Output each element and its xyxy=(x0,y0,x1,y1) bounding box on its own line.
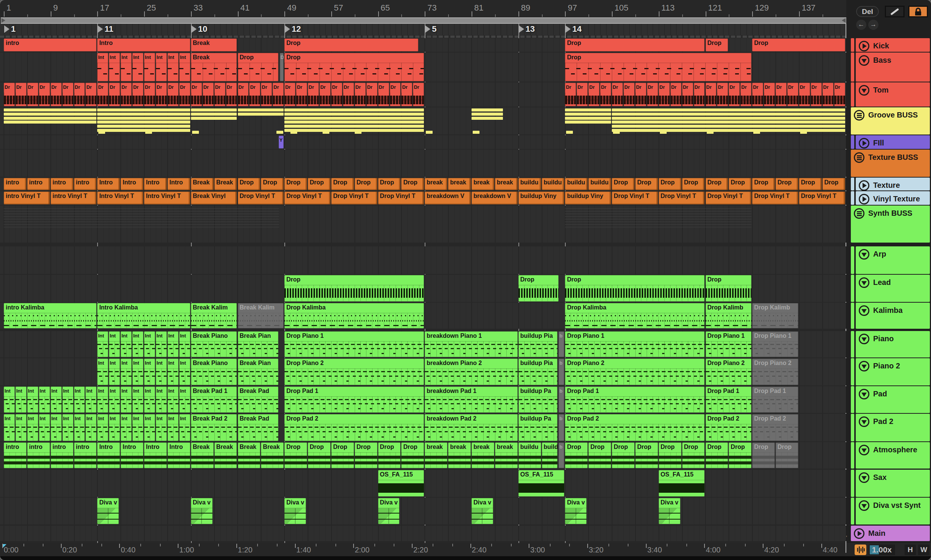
clip-dr[interactable]: Dr xyxy=(132,83,143,106)
clip-dr[interactable]: Dr xyxy=(600,83,611,106)
clip-break[interactable]: Break xyxy=(261,442,284,468)
clip-drop-vinyl-t[interactable]: Drop Vinyl T xyxy=(612,192,658,204)
clip-break[interactable]: break xyxy=(495,442,518,468)
clip-intro[interactable]: intro xyxy=(4,39,96,51)
locator-flag-1[interactable]: 1 xyxy=(4,25,16,33)
locator-row[interactable] xyxy=(0,24,846,35)
clip-int[interactable]: Int xyxy=(168,387,178,413)
lane-arp[interactable] xyxy=(0,246,846,274)
clip-int[interactable]: Int xyxy=(97,331,108,357)
clip-int[interactable]: Int xyxy=(156,414,167,441)
clip-int[interactable]: Int xyxy=(168,414,178,441)
clip-int[interactable]: Int xyxy=(74,387,85,413)
clip-breakdown-pad-2[interactable]: breakdown Pad 2 xyxy=(425,414,517,441)
clip-dr[interactable]: Dr xyxy=(378,83,389,106)
play-icon[interactable] xyxy=(859,41,869,51)
clip-break-pad-2[interactable]: Break Pad 2 xyxy=(191,414,237,441)
clip-drop-vinyl-t[interactable]: Drop Vinyl T xyxy=(378,192,424,204)
clip-intro[interactable]: Intro xyxy=(144,178,167,190)
lane-groove-buss[interactable] xyxy=(0,107,846,135)
clip-drop[interactable]: Drop xyxy=(635,442,658,468)
lane-pad[interactable]: IntIntIntIntIntIntIntIntIntIntIntIntIntI… xyxy=(0,386,846,413)
clip-int[interactable]: Int xyxy=(62,387,73,413)
clip-break[interactable]: Break xyxy=(191,442,214,468)
lane-piano-2[interactable]: IntIntIntIntIntIntIntIntBreak PianoBreak… xyxy=(0,358,846,385)
clip-drop[interactable]: Drop xyxy=(776,178,798,190)
clip-intro[interactable]: Intro xyxy=(121,178,143,190)
clip-dr[interactable]: Dr xyxy=(308,83,319,106)
clip-dr[interactable]: Dr xyxy=(238,83,249,106)
clip-break-kalim[interactable]: Break Kalim xyxy=(238,303,284,328)
clip-dr[interactable]: Dr xyxy=(261,83,272,106)
clip-drop[interactable]: Drop xyxy=(308,442,331,468)
clip-int[interactable]: Int xyxy=(144,359,155,385)
clip-dr[interactable]: Dr xyxy=(97,83,108,106)
track-header-synth-buss[interactable]: Synth BUSS xyxy=(851,206,930,243)
clip-drop-piano-2[interactable]: Drop Piano 2 xyxy=(752,359,798,385)
lane-kalimba[interactable]: intro KalimbaIntro KalimbaBreak KalimBre… xyxy=(0,303,846,329)
clip-drop-vinyl-t[interactable]: Drop Vinyl T xyxy=(659,192,705,204)
lane-synth-buss[interactable] xyxy=(0,206,846,243)
clip-diva-v[interactable]: Diva v xyxy=(659,498,680,524)
clip-int[interactable]: Int xyxy=(168,53,178,81)
clip-int[interactable]: Int xyxy=(179,53,190,81)
clip-int[interactable]: Int xyxy=(97,359,108,385)
clip-drop-piano-1[interactable]: Drop Piano 1 xyxy=(706,331,752,357)
clip-drop[interactable]: Drop xyxy=(729,178,751,190)
clip-b[interactable]: b xyxy=(559,387,564,413)
track-header-pad-2[interactable]: Pad 2 xyxy=(856,414,930,441)
clip-break[interactable]: break xyxy=(472,178,494,190)
clip-drop[interactable]: Drop xyxy=(565,53,751,81)
track-header-tom[interactable]: Tom xyxy=(856,82,930,107)
clip-buildu[interactable]: buildu xyxy=(588,178,611,190)
clip-int[interactable]: Int xyxy=(97,387,108,413)
track-header-vinyl-texture[interactable]: Vinyl Texture xyxy=(856,191,930,205)
lane-sax[interactable]: OS_FA_115OS_FA_115OS_FA_115 xyxy=(0,470,846,497)
clip-int[interactable]: Int xyxy=(144,53,155,81)
clip-drop-piano-1[interactable]: Drop Piano 1 xyxy=(284,331,424,357)
clip-drop[interactable]: Drop xyxy=(565,442,588,468)
clip-dr[interactable]: Dr xyxy=(121,83,132,106)
clip-dr[interactable]: Dr xyxy=(565,83,576,106)
lane-piano[interactable]: IntIntIntIntIntIntIntIntBreak PianoBreak… xyxy=(0,331,846,357)
clip-b[interactable]: b xyxy=(559,414,564,441)
clip-drop[interactable]: Drop xyxy=(682,442,705,468)
clip-drop[interactable]: Drop xyxy=(378,178,401,190)
clip-drop-pad-2[interactable]: Drop Pad 2 xyxy=(284,414,424,441)
clip-drop[interactable]: Drop xyxy=(659,178,681,190)
clip-intro[interactable]: intro xyxy=(4,178,26,190)
clip-build[interactable]: build xyxy=(542,442,557,468)
clip-clip[interactable] xyxy=(4,206,279,242)
lane-pad-2[interactable]: IntIntIntIntIntIntIntIntIntIntIntIntIntI… xyxy=(0,414,846,441)
chevron-down-icon[interactable] xyxy=(859,445,869,455)
clip-int[interactable]: Int xyxy=(74,414,85,441)
locator-flag-13[interactable]: 13 xyxy=(519,25,535,33)
chevron-down-icon[interactable] xyxy=(859,249,869,260)
arrangement-overview-scrollbar[interactable] xyxy=(1,17,846,24)
clip-dr[interactable]: Dr xyxy=(249,83,260,106)
lane-diva-vst-synt[interactable]: Diva vDiva vDiva vDiva vDiva vDiva vDiva… xyxy=(0,498,846,524)
lane-texture-buss[interactable] xyxy=(0,150,846,177)
clip-drop[interactable]: Drop xyxy=(238,178,261,190)
clip-dr[interactable]: Dr xyxy=(740,83,751,106)
clip-intro[interactable]: intro xyxy=(74,178,97,190)
lane-atmosphere[interactable]: introintrointrointroIntroIntroIntroIntro… xyxy=(0,442,846,469)
track-header-texture-buss[interactable]: Texture BUSS xyxy=(851,150,930,177)
clip-buildu[interactable]: buildu xyxy=(518,178,541,190)
clip-break[interactable]: Break xyxy=(191,53,237,81)
clip-dr[interactable]: Dr xyxy=(179,83,190,106)
clip-dr[interactable]: Dr xyxy=(577,83,588,106)
clip-break[interactable]: break xyxy=(472,442,494,468)
clip-drop-kalimba[interactable]: Drop Kalimba xyxy=(284,303,424,328)
track-header-kick[interactable]: Kick xyxy=(856,38,930,52)
clip-drop-pad-2[interactable]: Drop Pad 2 xyxy=(752,414,798,441)
clip-int[interactable]: Int xyxy=(121,359,132,385)
clip-int[interactable]: Int xyxy=(179,359,190,385)
clip-dr[interactable]: Dr xyxy=(284,83,295,106)
clip-breakdown-piano-2[interactable]: breakdown Piano 2 xyxy=(425,359,517,385)
clip-drop[interactable]: Drop xyxy=(635,178,658,190)
clip-buildup-pa[interactable]: buildup Pa xyxy=(518,414,557,441)
play-icon[interactable] xyxy=(859,138,869,149)
clip-drop-vinyl-t[interactable]: Drop Vinyl T xyxy=(238,192,284,204)
clip-dr[interactable]: Dr xyxy=(343,83,354,106)
